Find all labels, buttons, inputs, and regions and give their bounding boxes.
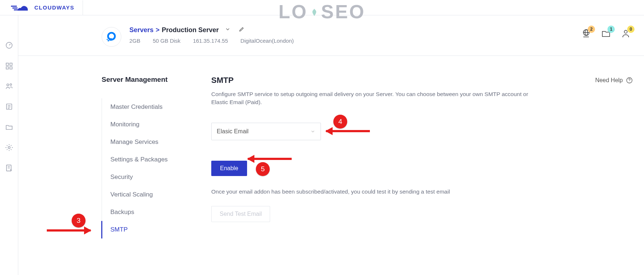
- svg-rect-22: [107, 39, 108, 40]
- sidebar-item-security[interactable]: Security: [101, 168, 211, 186]
- enable-button[interactable]: Enable: [211, 161, 247, 176]
- user-icon[interactable]: 0: [621, 28, 631, 39]
- stat-ip: 161.35.174.55: [193, 38, 228, 44]
- user-badge: 0: [627, 26, 634, 33]
- brand-name: CLOUDWAYS: [34, 4, 75, 11]
- sidebar-item-master-credentials[interactable]: Master Credentials: [101, 98, 211, 116]
- smtp-note: Once your email addon has been subscribe…: [211, 188, 633, 195]
- sidebar-title: Server Management: [102, 76, 211, 84]
- rail-folder[interactable]: [5, 123, 14, 131]
- svg-rect-7: [10, 67, 12, 69]
- sidebar-item-manage-services[interactable]: Manage Services: [101, 133, 211, 151]
- brand-logo[interactable]: CLOUDWAYS: [10, 3, 75, 13]
- project-icon[interactable]: 1: [601, 28, 611, 39]
- svg-point-8: [7, 84, 8, 86]
- server-stats: 2GB 50 GB Disk 161.35.174.55 DigitalOcea…: [129, 38, 294, 44]
- stat-disk: 50 GB Disk: [153, 38, 181, 44]
- svg-point-14: [8, 146, 10, 149]
- left-rail: $: [0, 15, 18, 275]
- svg-point-9: [10, 84, 12, 85]
- step-5-arrow: [248, 158, 292, 160]
- sidebar-item-smtp[interactable]: SMTP: [101, 221, 211, 238]
- content: SMTP Need Help Configure SMTP service to…: [211, 76, 633, 238]
- step-3-callout: 3: [72, 214, 86, 228]
- chevron-down-icon: [310, 129, 315, 134]
- step-3-arrow: [47, 229, 91, 232]
- provider-logo: [102, 27, 121, 47]
- rail-team[interactable]: [5, 82, 14, 91]
- chevron-down-icon[interactable]: [225, 26, 231, 34]
- breadcrumb-root[interactable]: Servers: [129, 26, 154, 34]
- www-icon[interactable]: www 2: [581, 28, 591, 39]
- rail-servers[interactable]: [5, 61, 14, 70]
- project-badge: 1: [607, 26, 615, 33]
- stat-provider: DigitalOcean(London): [240, 38, 294, 44]
- svg-rect-21: [108, 40, 109, 41]
- topbar: CLOUDWAYS: [0, 0, 644, 15]
- smtp-description: Configure SMTP service to setup outgoing…: [211, 90, 533, 107]
- www-badge: 2: [588, 26, 595, 33]
- page-title: SMTP: [211, 76, 234, 85]
- step-5-callout: 5: [256, 162, 270, 176]
- sidebar-list: Master Credentials Monitoring Manage Ser…: [102, 98, 211, 238]
- main-area: Servers > Production Server 2GB 50 GB Di…: [18, 15, 644, 275]
- rail-dashboard[interactable]: [5, 41, 14, 50]
- cloud-icon: [10, 3, 32, 13]
- step-4-callout: 4: [333, 115, 347, 129]
- need-help[interactable]: Need Help: [595, 77, 633, 84]
- sidebar-item-monitoring[interactable]: Monitoring: [101, 116, 211, 133]
- help-icon: [626, 77, 633, 84]
- sidebar-item-vertical-scaling[interactable]: Vertical Scaling: [101, 186, 211, 203]
- svg-text:www: www: [583, 35, 589, 38]
- svg-point-27: [624, 30, 627, 33]
- sidebar-item-settings-packages[interactable]: Settings & Packages: [101, 151, 211, 168]
- breadcrumb-current: Production Server: [162, 26, 219, 34]
- smtp-provider-select[interactable]: Elasic Email: [211, 123, 321, 140]
- svg-rect-4: [6, 63, 8, 65]
- svg-rect-20: [109, 38, 112, 41]
- send-test-email-button[interactable]: Send Test Email: [211, 206, 270, 222]
- edit-icon[interactable]: [239, 26, 245, 34]
- server-header: Servers > Production Server 2GB 50 GB Di…: [18, 15, 644, 56]
- rail-settings[interactable]: [5, 143, 14, 152]
- need-help-label: Need Help: [595, 77, 623, 84]
- stat-ram: 2GB: [129, 38, 140, 44]
- svg-rect-6: [6, 67, 8, 69]
- breadcrumb-sep: >: [156, 26, 160, 34]
- svg-rect-5: [10, 63, 12, 65]
- brand-divider: [83, 0, 83, 15]
- svg-text:$: $: [10, 168, 11, 172]
- svg-point-29: [629, 82, 630, 82]
- rail-billing[interactable]: $: [5, 164, 14, 172]
- rail-projects[interactable]: [5, 102, 14, 111]
- select-value: Elasic Email: [217, 128, 249, 135]
- sidebar: Server Management Master Credentials Mon…: [102, 76, 211, 238]
- step-4-arrow: [326, 130, 370, 132]
- breadcrumb: Servers > Production Server: [129, 26, 294, 34]
- sidebar-item-backups[interactable]: Backups: [101, 203, 211, 221]
